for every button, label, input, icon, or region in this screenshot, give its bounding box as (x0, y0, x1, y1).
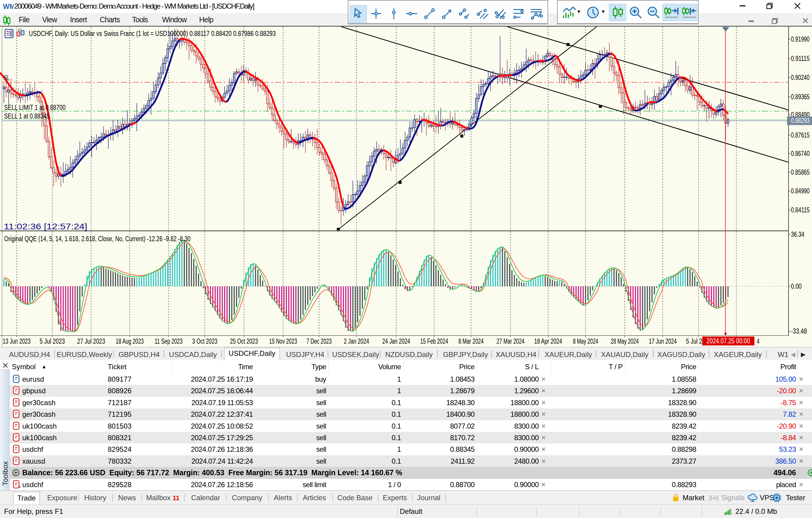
svg-text:4: 4 (757, 337, 759, 345)
svg-text:17 Jun 2024: 17 Jun 2024 (649, 337, 677, 345)
svg-text:0.00: 0.00 (791, 282, 802, 290)
svg-text:SELL 1 at 0.88345: SELL 1 at 0.88345 (4, 112, 50, 120)
svg-text:0.91115: 0.91115 (791, 55, 810, 62)
svg-text:27 Jul 2023: 27 Jul 2023 (77, 337, 105, 345)
svg-text:11:02:36 [12:57:24]: 11:02:36 [12:57:24] (4, 222, 87, 231)
svg-text:-33.48: -33.48 (791, 327, 807, 335)
svg-text:0.84990: 0.84990 (791, 187, 810, 195)
svg-text:0.84115: 0.84115 (791, 206, 810, 214)
svg-text:15 Nov 2023: 15 Nov 2023 (269, 337, 297, 345)
svg-text:0.88293: 0.88293 (791, 117, 810, 125)
svg-text:SELL LIMIT 1 at 0.88700: SELL LIMIT 1 at 0.88700 (4, 104, 66, 111)
svg-text:0.86740: 0.86740 (791, 150, 810, 157)
svg-text:28 May 2024: 28 May 2024 (611, 337, 639, 345)
svg-text:0.89365: 0.89365 (791, 93, 810, 101)
svg-text:WM: WM (3, 3, 13, 10)
svg-text:8 May 2024: 8 May 2024 (573, 337, 598, 345)
svg-text:25 Oct 2023: 25 Oct 2023 (230, 337, 258, 345)
svg-text:7 Dec 2023: 7 Dec 2023 (307, 337, 332, 345)
svg-text:USDCHF, Daily: US Dollar vs S: USDCHF, Daily: US Dollar vs Swiss Franc … (29, 30, 276, 37)
svg-text:13 Jun 2023: 13 Jun 2023 (3, 337, 31, 345)
svg-text:18 Apr 2024: 18 Apr 2024 (534, 337, 562, 345)
svg-text:2 Jan 2024: 2 Jan 2024 (344, 337, 369, 345)
svg-text:27 Mar 2024: 27 Mar 2024 (496, 337, 524, 345)
svg-text:11 Sep 2023: 11 Sep 2023 (155, 337, 182, 345)
svg-text:18 Aug 2023: 18 Aug 2023 (116, 337, 144, 345)
svg-text:0.91990: 0.91990 (791, 35, 810, 43)
svg-text:0.87615: 0.87615 (791, 131, 810, 139)
svg-text:2024.07.25 00:00: 2024.07.25 00:00 (707, 337, 750, 345)
svg-text:15 Feb 2024: 15 Feb 2024 (420, 337, 448, 345)
svg-text:3 Oct 2023: 3 Oct 2023 (192, 337, 218, 345)
svg-text:0.85865: 0.85865 (791, 168, 810, 176)
svg-text:Original QQE (14, 5, 14, 1.618: Original QQE (14, 5, 14, 1.618, 2.618, C… (4, 235, 191, 243)
svg-text:8 Mar 2024: 8 Mar 2024 (459, 337, 484, 345)
svg-text:0.90240: 0.90240 (791, 74, 810, 81)
svg-text:5 Jul 2023: 5 Jul 2023 (40, 337, 65, 345)
svg-text:24 Jan 2024: 24 Jan 2024 (382, 337, 410, 345)
svg-text:36.34: 36.34 (791, 230, 804, 238)
svg-text:SL: SL (4, 74, 9, 82)
